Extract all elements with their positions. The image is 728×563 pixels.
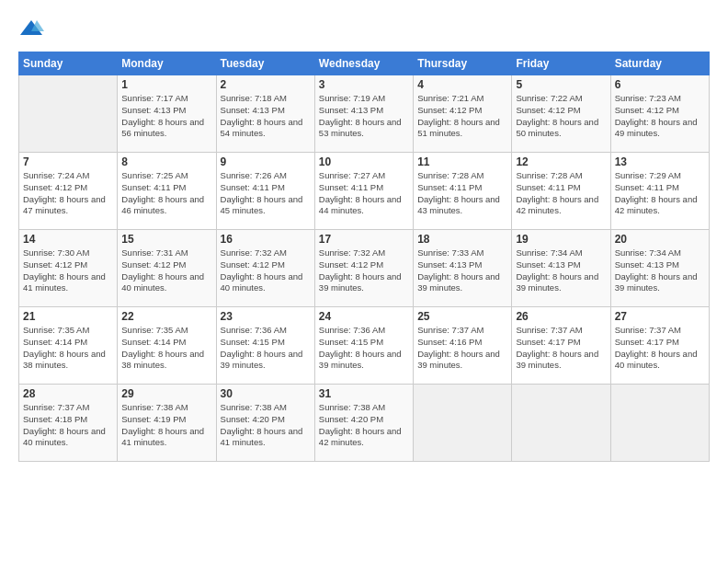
week-row-3: 14Sunrise: 7:30 AMSunset: 4:12 PMDayligh…: [19, 230, 710, 307]
header: [18, 17, 710, 42]
day-info: Sunrise: 7:33 AMSunset: 4:13 PMDaylight:…: [417, 247, 507, 294]
day-cell: 1Sunrise: 7:17 AMSunset: 4:13 PMDaylight…: [118, 75, 216, 153]
weekday-header-monday: Monday: [118, 52, 216, 75]
day-number: 28: [23, 387, 113, 400]
day-number: 29: [121, 387, 211, 400]
day-number: 5: [516, 78, 606, 91]
day-cell: [610, 385, 709, 462]
weekday-header-friday: Friday: [512, 52, 610, 75]
day-number: 12: [516, 155, 606, 168]
day-number: 22: [121, 310, 211, 323]
day-cell: 25Sunrise: 7:37 AMSunset: 4:16 PMDayligh…: [414, 307, 512, 385]
day-info: Sunrise: 7:38 AMSunset: 4:20 PMDaylight:…: [221, 402, 311, 449]
logo: [18, 17, 48, 42]
day-number: 3: [319, 78, 409, 91]
day-info: Sunrise: 7:24 AMSunset: 4:12 PMDaylight:…: [23, 170, 113, 217]
day-info: Sunrise: 7:36 AMSunset: 4:15 PMDaylight:…: [319, 325, 409, 372]
day-cell: 24Sunrise: 7:36 AMSunset: 4:15 PMDayligh…: [314, 307, 413, 385]
day-cell: 12Sunrise: 7:28 AMSunset: 4:11 PMDayligh…: [512, 153, 610, 230]
day-cell: 21Sunrise: 7:35 AMSunset: 4:14 PMDayligh…: [19, 307, 118, 385]
day-cell: 7Sunrise: 7:24 AMSunset: 4:12 PMDaylight…: [19, 153, 118, 230]
day-cell: 23Sunrise: 7:36 AMSunset: 4:15 PMDayligh…: [216, 307, 314, 385]
day-cell: [414, 385, 512, 462]
day-cell: 10Sunrise: 7:27 AMSunset: 4:11 PMDayligh…: [314, 153, 413, 230]
day-cell: 13Sunrise: 7:29 AMSunset: 4:11 PMDayligh…: [610, 153, 709, 230]
day-number: 24: [319, 310, 409, 323]
day-cell: 27Sunrise: 7:37 AMSunset: 4:17 PMDayligh…: [610, 307, 709, 385]
day-number: 2: [221, 78, 311, 91]
day-cell: 6Sunrise: 7:23 AMSunset: 4:12 PMDaylight…: [610, 75, 709, 153]
day-info: Sunrise: 7:27 AMSunset: 4:11 PMDaylight:…: [319, 170, 409, 217]
day-cell: 31Sunrise: 7:38 AMSunset: 4:20 PMDayligh…: [314, 385, 413, 462]
day-cell: 4Sunrise: 7:21 AMSunset: 4:12 PMDaylight…: [414, 75, 512, 153]
calendar-body: 1Sunrise: 7:17 AMSunset: 4:13 PMDaylight…: [19, 75, 710, 462]
weekday-header-tuesday: Tuesday: [216, 52, 314, 75]
day-cell: 28Sunrise: 7:37 AMSunset: 4:18 PMDayligh…: [19, 385, 118, 462]
day-number: 1: [121, 78, 211, 91]
day-number: 19: [516, 233, 606, 246]
day-cell: 5Sunrise: 7:22 AMSunset: 4:12 PMDaylight…: [512, 75, 610, 153]
day-cell: 18Sunrise: 7:33 AMSunset: 4:13 PMDayligh…: [414, 230, 512, 307]
day-info: Sunrise: 7:17 AMSunset: 4:13 PMDaylight:…: [121, 93, 211, 140]
calendar-header: SundayMondayTuesdayWednesdayThursdayFrid…: [19, 52, 710, 75]
day-number: 27: [615, 310, 705, 323]
day-number: 11: [417, 155, 507, 168]
day-info: Sunrise: 7:28 AMSunset: 4:11 PMDaylight:…: [516, 170, 606, 217]
day-number: 21: [23, 310, 113, 323]
day-info: Sunrise: 7:18 AMSunset: 4:13 PMDaylight:…: [221, 93, 311, 140]
day-number: 18: [417, 233, 507, 246]
day-cell: 15Sunrise: 7:31 AMSunset: 4:12 PMDayligh…: [118, 230, 216, 307]
weekday-row: SundayMondayTuesdayWednesdayThursdayFrid…: [19, 52, 710, 75]
day-cell: 9Sunrise: 7:26 AMSunset: 4:11 PMDaylight…: [216, 153, 314, 230]
day-number: 26: [516, 310, 606, 323]
day-number: 23: [221, 310, 311, 323]
day-cell: 3Sunrise: 7:19 AMSunset: 4:13 PMDaylight…: [314, 75, 413, 153]
calendar-table: SundayMondayTuesdayWednesdayThursdayFrid…: [18, 52, 710, 462]
day-number: 6: [615, 78, 705, 91]
day-info: Sunrise: 7:32 AMSunset: 4:12 PMDaylight:…: [221, 247, 311, 294]
day-number: 20: [615, 233, 705, 246]
day-info: Sunrise: 7:37 AMSunset: 4:16 PMDaylight:…: [417, 325, 507, 372]
day-info: Sunrise: 7:28 AMSunset: 4:11 PMDaylight:…: [417, 170, 507, 217]
day-info: Sunrise: 7:36 AMSunset: 4:15 PMDaylight:…: [221, 325, 311, 372]
day-number: 7: [23, 155, 113, 168]
day-number: 14: [23, 233, 113, 246]
day-info: Sunrise: 7:23 AMSunset: 4:12 PMDaylight:…: [615, 93, 705, 140]
day-number: 8: [121, 155, 211, 168]
day-info: Sunrise: 7:38 AMSunset: 4:19 PMDaylight:…: [121, 402, 211, 449]
day-cell: [512, 385, 610, 462]
day-number: 4: [417, 78, 507, 91]
day-cell: 8Sunrise: 7:25 AMSunset: 4:11 PMDaylight…: [118, 153, 216, 230]
day-info: Sunrise: 7:31 AMSunset: 4:12 PMDaylight:…: [121, 247, 211, 294]
day-info: Sunrise: 7:25 AMSunset: 4:11 PMDaylight:…: [121, 170, 211, 217]
day-number: 10: [319, 155, 409, 168]
weekday-header-saturday: Saturday: [610, 52, 709, 75]
day-info: Sunrise: 7:26 AMSunset: 4:11 PMDaylight:…: [221, 170, 311, 217]
day-number: 16: [221, 233, 311, 246]
day-info: Sunrise: 7:37 AMSunset: 4:17 PMDaylight:…: [516, 325, 606, 372]
day-info: Sunrise: 7:37 AMSunset: 4:18 PMDaylight:…: [23, 402, 113, 449]
day-cell: 20Sunrise: 7:34 AMSunset: 4:13 PMDayligh…: [610, 230, 709, 307]
day-info: Sunrise: 7:32 AMSunset: 4:12 PMDaylight:…: [319, 247, 409, 294]
day-number: 13: [615, 155, 705, 168]
week-row-1: 1Sunrise: 7:17 AMSunset: 4:13 PMDaylight…: [19, 75, 710, 153]
day-info: Sunrise: 7:35 AMSunset: 4:14 PMDaylight:…: [23, 325, 113, 372]
week-row-4: 21Sunrise: 7:35 AMSunset: 4:14 PMDayligh…: [19, 307, 710, 385]
week-row-5: 28Sunrise: 7:37 AMSunset: 4:18 PMDayligh…: [19, 385, 710, 462]
day-info: Sunrise: 7:35 AMSunset: 4:14 PMDaylight:…: [121, 325, 211, 372]
weekday-header-sunday: Sunday: [19, 52, 118, 75]
calendar-page: SundayMondayTuesdayWednesdayThursdayFrid…: [0, 0, 728, 563]
day-info: Sunrise: 7:30 AMSunset: 4:12 PMDaylight:…: [23, 247, 113, 294]
day-info: Sunrise: 7:29 AMSunset: 4:11 PMDaylight:…: [615, 170, 705, 217]
day-cell: 11Sunrise: 7:28 AMSunset: 4:11 PMDayligh…: [414, 153, 512, 230]
day-info: Sunrise: 7:19 AMSunset: 4:13 PMDaylight:…: [319, 93, 409, 140]
day-info: Sunrise: 7:37 AMSunset: 4:17 PMDaylight:…: [615, 325, 705, 372]
day-cell: 22Sunrise: 7:35 AMSunset: 4:14 PMDayligh…: [118, 307, 216, 385]
day-cell: [19, 75, 118, 153]
day-number: 30: [221, 387, 311, 400]
day-number: 9: [221, 155, 311, 168]
day-cell: 19Sunrise: 7:34 AMSunset: 4:13 PMDayligh…: [512, 230, 610, 307]
logo-icon: [18, 17, 44, 42]
day-number: 31: [319, 387, 409, 400]
day-cell: 2Sunrise: 7:18 AMSunset: 4:13 PMDaylight…: [216, 75, 314, 153]
